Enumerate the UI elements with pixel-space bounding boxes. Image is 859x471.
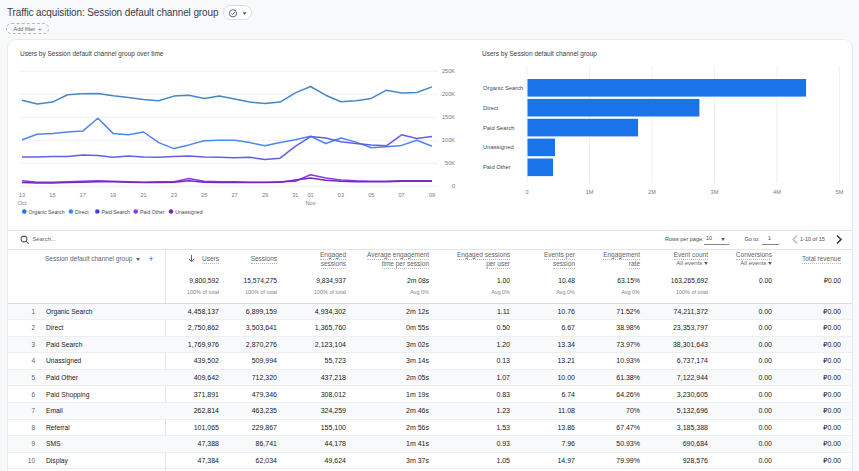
svg-text:3M: 3M xyxy=(711,189,719,195)
svg-text:13: 13 xyxy=(19,192,25,198)
svg-text:27: 27 xyxy=(231,192,237,198)
svg-text:19: 19 xyxy=(110,192,116,198)
svg-text:15: 15 xyxy=(49,192,55,198)
svg-text:Direct: Direct xyxy=(75,209,89,215)
svg-text:0: 0 xyxy=(452,183,455,189)
svg-text:Organic Search: Organic Search xyxy=(29,209,65,215)
svg-text:Paid Search: Paid Search xyxy=(483,125,515,131)
svg-text:50K: 50K xyxy=(445,160,455,166)
svg-text:200K: 200K xyxy=(442,91,455,97)
svg-text:0: 0 xyxy=(525,189,528,195)
svg-text:17: 17 xyxy=(80,192,86,198)
svg-text:5M: 5M xyxy=(836,189,844,195)
svg-text:Paid Other: Paid Other xyxy=(483,164,511,170)
svg-text:Nov: Nov xyxy=(306,200,316,206)
svg-text:Paid Search: Paid Search xyxy=(102,209,130,215)
svg-text:250K: 250K xyxy=(442,68,455,74)
svg-text:150K: 150K xyxy=(442,114,455,120)
svg-text:23: 23 xyxy=(171,192,177,198)
svg-text:Oct: Oct xyxy=(18,200,27,206)
svg-text:09: 09 xyxy=(429,192,435,198)
svg-text:03: 03 xyxy=(338,192,344,198)
svg-text:2M: 2M xyxy=(648,189,656,195)
svg-text:21: 21 xyxy=(140,192,146,198)
svg-text:05: 05 xyxy=(368,192,374,198)
svg-text:31: 31 xyxy=(292,192,298,198)
svg-text:1M: 1M xyxy=(586,189,594,195)
svg-text:Organic Search: Organic Search xyxy=(483,85,523,91)
svg-text:01: 01 xyxy=(307,192,313,198)
svg-text:4M: 4M xyxy=(773,189,781,195)
svg-text:25: 25 xyxy=(201,192,207,198)
svg-text:29: 29 xyxy=(262,192,268,198)
svg-text:Direct: Direct xyxy=(483,105,499,111)
svg-text:07: 07 xyxy=(398,192,404,198)
svg-text:Unassigned: Unassigned xyxy=(175,209,203,215)
svg-text:Unassigned: Unassigned xyxy=(483,144,514,150)
svg-text:100K: 100K xyxy=(442,137,455,143)
svg-text:Paid Other: Paid Other xyxy=(140,209,165,215)
